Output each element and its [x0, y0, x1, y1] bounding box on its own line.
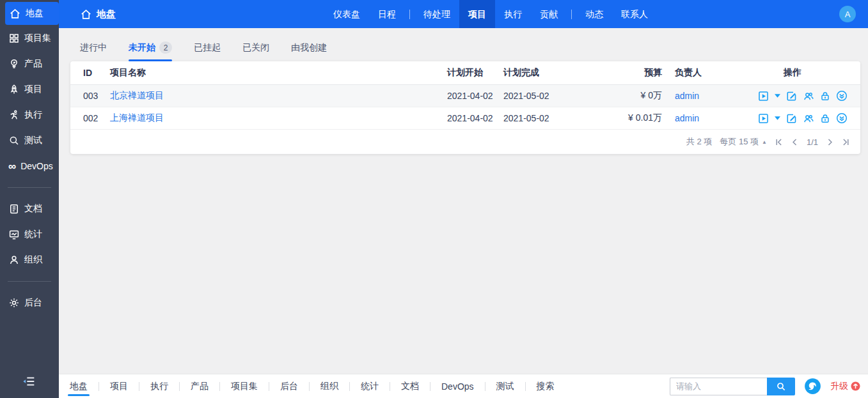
last-page-button[interactable]: [842, 138, 850, 146]
caret-up-icon[interactable]: ▲: [762, 139, 767, 145]
sidebar-divider: [8, 281, 51, 282]
tab-closed[interactable]: 已关闭: [242, 42, 269, 54]
lock-icon[interactable]: [820, 113, 830, 124]
more-actions-icon[interactable]: [836, 90, 848, 102]
lock-icon[interactable]: [820, 91, 830, 102]
col-header-start[interactable]: 计划开始: [447, 67, 503, 79]
team-icon[interactable]: [803, 113, 814, 124]
collapse-menu-button[interactable]: [0, 365, 59, 398]
avatar[interactable]: A: [839, 6, 856, 22]
nav-item-contacts[interactable]: 联系人: [612, 0, 657, 28]
sidebar-item-test[interactable]: 测试: [0, 128, 59, 153]
page-title: 地盘: [80, 0, 116, 28]
sidebar-spacer: [0, 316, 59, 365]
bottom-quick-nav-bar: 地盘 项目 执行 产品 项目集 后台 组织 统计 文档 DevOps 测试 搜索…: [59, 374, 868, 398]
budget-value: ¥ 0.01万: [598, 112, 662, 124]
bottombar-item-report[interactable]: 统计: [350, 381, 390, 392]
col-header-budget[interactable]: 预算: [598, 67, 662, 79]
tab-wait[interactable]: 未开始 2: [129, 42, 172, 54]
start-project-icon[interactable]: [758, 91, 769, 102]
project-id: 002: [83, 113, 110, 123]
sidebar-item-label: 产品: [24, 58, 42, 70]
nav-divider: [409, 10, 410, 19]
bottombar-item-devops[interactable]: DevOps: [430, 381, 485, 392]
search-input[interactable]: [670, 378, 767, 395]
bottombar-item-doc[interactable]: 文档: [390, 381, 430, 392]
tab-suspended[interactable]: 已挂起: [194, 42, 221, 54]
sidebar-item-devops[interactable]: ∞ DevOps: [0, 153, 59, 179]
sidebar-item-product[interactable]: 产品: [0, 51, 59, 77]
sidebar-item-admin[interactable]: 后台: [0, 290, 59, 316]
next-page-button[interactable]: [826, 138, 834, 146]
sidebar-item-report[interactable]: 统计: [0, 222, 59, 247]
prev-page-button[interactable]: [791, 138, 799, 146]
row-actions: [738, 112, 848, 124]
per-page-label[interactable]: 每页 15 项: [720, 136, 759, 148]
upgrade-link[interactable]: 升级: [830, 381, 860, 392]
col-header-name[interactable]: 项目名称: [110, 67, 447, 79]
bulb-icon: [8, 58, 20, 70]
caret-down-icon[interactable]: [775, 94, 780, 98]
grid-icon: [8, 33, 20, 44]
sidebar-divider: [8, 187, 51, 188]
sidebar-item-doc[interactable]: 文档: [0, 196, 59, 222]
pagination-bar: 共 2 项 每页 15 项 ▲ 1/1: [70, 130, 860, 154]
bottombar-right: 升级: [670, 378, 868, 395]
table-header-row: ID 项目名称 计划开始 计划完成 预算 负责人 操作: [70, 61, 860, 85]
project-id: 003: [83, 91, 110, 101]
col-header-id[interactable]: ID: [83, 68, 110, 78]
sidebar-item-dashboard[interactable]: 地盘: [5, 2, 59, 25]
sidebar: 地盘 项目集 产品 项目 执行 测试 ∞ DevOps 文档 统计 组织 后台: [0, 0, 59, 398]
tab-created-by-me[interactable]: 由我创建: [291, 42, 327, 54]
plan-start-date: 2021-04-02: [447, 91, 503, 101]
edit-icon[interactable]: [786, 91, 797, 102]
sidebar-item-label: 统计: [24, 229, 42, 240]
sidebar-item-label: 后台: [24, 297, 42, 309]
sidebar-item-org[interactable]: 组织: [0, 247, 59, 273]
search-box: [670, 378, 795, 395]
bottombar-item-search[interactable]: 搜索: [526, 381, 565, 392]
nav-item-dynamic[interactable]: 动态: [576, 0, 612, 28]
bottombar-item-dashboard[interactable]: 地盘: [59, 381, 99, 392]
owner-link[interactable]: admin: [675, 91, 699, 101]
bottombar-item-admin[interactable]: 后台: [269, 381, 309, 392]
sidebar-item-program[interactable]: 项目集: [0, 26, 59, 51]
edit-icon[interactable]: [786, 113, 797, 124]
bottombar-item-product[interactable]: 产品: [180, 381, 219, 392]
sidebar-item-label: 测试: [24, 135, 42, 146]
sidebar-item-project[interactable]: 项目: [0, 77, 59, 102]
bottombar-item-project[interactable]: 项目: [99, 381, 139, 392]
nav-item-todo[interactable]: 待处理: [414, 0, 459, 28]
bottombar-item-program[interactable]: 项目集: [220, 381, 269, 392]
caret-down-icon[interactable]: [775, 116, 780, 120]
first-page-button[interactable]: [775, 138, 783, 146]
zentao-logo-icon[interactable]: [804, 378, 821, 395]
bottombar-item-org[interactable]: 组织: [310, 381, 349, 392]
sidebar-item-label: 文档: [24, 203, 42, 215]
sidebar-item-label: DevOps: [20, 161, 53, 171]
project-name-link[interactable]: 北京禅道项目: [110, 90, 164, 100]
search-button[interactable]: [767, 378, 795, 395]
nav-item-project[interactable]: 项目: [459, 0, 495, 28]
team-icon[interactable]: [803, 91, 814, 102]
bottombar-item-test[interactable]: 测试: [485, 381, 525, 392]
owner-link[interactable]: admin: [675, 113, 699, 123]
status-tabs: 进行中 未开始 2 已挂起 已关闭 由我创建: [59, 28, 868, 61]
nav-item-contribution[interactable]: 贡献: [531, 0, 567, 28]
more-actions-icon[interactable]: [836, 112, 848, 124]
search-icon: [776, 381, 786, 392]
sidebar-item-label: 组织: [24, 254, 42, 266]
nav-item-calendar[interactable]: 日程: [369, 0, 405, 28]
tab-doing[interactable]: 进行中: [80, 42, 107, 54]
nav-item-dashboard[interactable]: 仪表盘: [324, 0, 369, 28]
sidebar-item-execution[interactable]: 执行: [0, 102, 59, 128]
project-name-link[interactable]: 上海禅道项目: [110, 112, 164, 123]
col-header-actions: 操作: [738, 67, 848, 79]
col-header-owner[interactable]: 负责人: [662, 67, 738, 79]
start-project-icon[interactable]: [758, 113, 769, 124]
nav-item-execution[interactable]: 执行: [495, 0, 531, 28]
bottombar-item-execution[interactable]: 执行: [139, 381, 179, 392]
tab-count-badge: 2: [159, 42, 172, 54]
col-header-end[interactable]: 计划完成: [503, 67, 598, 79]
infinity-icon: ∞: [8, 161, 16, 172]
